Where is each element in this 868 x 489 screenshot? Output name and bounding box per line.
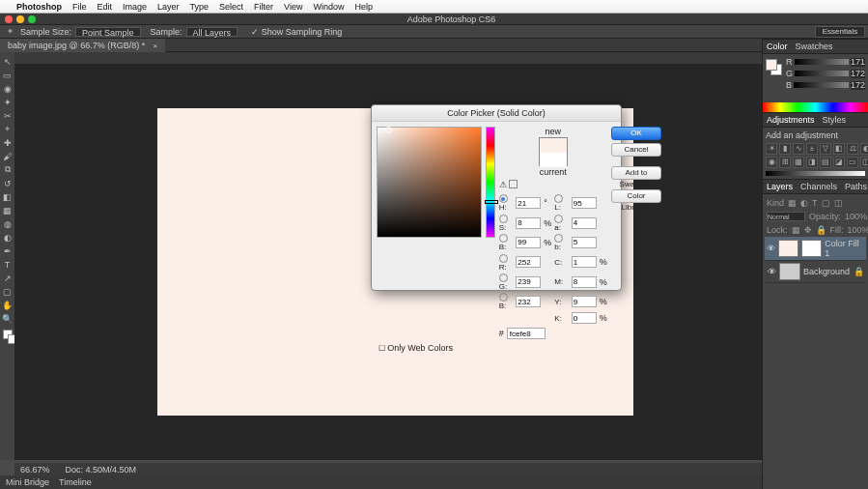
only-web-colors-checkbox[interactable]: ☐ Only Web Colors bbox=[378, 343, 661, 353]
close-button[interactable] bbox=[5, 15, 13, 23]
a-input[interactable] bbox=[572, 217, 597, 229]
filter-pixel-icon[interactable]: ▦ bbox=[788, 198, 797, 208]
fill-value[interactable]: 100% bbox=[848, 225, 868, 235]
colbal-icon[interactable]: ⚖ bbox=[847, 143, 858, 155]
stamp-tool[interactable]: ⧉ bbox=[1, 163, 14, 176]
websafe-cube-icon[interactable] bbox=[509, 180, 518, 188]
lookup-icon[interactable]: ▦ bbox=[793, 157, 804, 168]
gradient-tool[interactable]: ▦ bbox=[1, 204, 14, 216]
cancel-button[interactable]: Cancel bbox=[611, 143, 661, 157]
r-value[interactable]: 171 bbox=[851, 58, 865, 67]
color-picker-dialog[interactable]: Color Picker (Solid Color) new bbox=[371, 104, 622, 291]
b-value[interactable]: 172 bbox=[851, 81, 865, 90]
type-tool[interactable]: T bbox=[1, 258, 14, 271]
g-input[interactable] bbox=[516, 276, 541, 288]
layer-name[interactable]: Color Fill 1 bbox=[825, 239, 864, 258]
add-to-swatches-button[interactable]: Add to Swatches bbox=[611, 166, 661, 180]
tab-close-icon[interactable]: × bbox=[153, 42, 157, 50]
filter-smart-icon[interactable]: ◫ bbox=[834, 198, 843, 208]
layer-row[interactable]: 👁 Background 🔒 bbox=[765, 261, 866, 283]
crop-tool[interactable]: ✂ bbox=[1, 109, 14, 122]
layer-row[interactable]: 👁 Color Fill 1 bbox=[765, 237, 866, 261]
chanmix-icon[interactable]: ⊞ bbox=[779, 157, 791, 168]
s-radio[interactable]: S: bbox=[499, 214, 514, 231]
minimize-button[interactable] bbox=[16, 15, 24, 23]
saturation-cursor[interactable] bbox=[385, 127, 392, 133]
bright-input[interactable] bbox=[516, 237, 541, 248]
poster-icon[interactable]: ▤ bbox=[820, 157, 831, 168]
y-input[interactable] bbox=[572, 296, 597, 307]
menu-filter[interactable]: Filter bbox=[254, 2, 273, 12]
marquee-tool[interactable]: ▭ bbox=[1, 69, 14, 81]
menu-layer[interactable]: Layer bbox=[157, 2, 180, 12]
history-brush-tool[interactable]: ↺ bbox=[1, 177, 14, 189]
blur-tool[interactable]: ◍ bbox=[1, 217, 14, 230]
menu-photoshop[interactable]: Photoshop bbox=[16, 2, 62, 12]
mini-bridge-tab[interactable]: Mini Bridge bbox=[6, 477, 49, 487]
filter-type-icon[interactable]: T bbox=[812, 198, 818, 208]
curves-icon[interactable]: ∿ bbox=[793, 143, 804, 155]
menu-help[interactable]: Help bbox=[354, 2, 373, 12]
menu-view[interactable]: View bbox=[284, 2, 302, 12]
lock-position-icon[interactable]: ✥ bbox=[804, 225, 812, 235]
wand-tool[interactable]: ✦ bbox=[1, 96, 14, 108]
timeline-tab[interactable]: Timeline bbox=[59, 477, 92, 487]
m-input[interactable] bbox=[572, 276, 597, 288]
l-radio[interactable]: L: bbox=[554, 194, 569, 212]
workspace-switcher[interactable]: Essentials bbox=[815, 26, 865, 38]
hand-tool[interactable]: ✋ bbox=[1, 299, 14, 311]
menu-edit[interactable]: Edit bbox=[98, 2, 113, 12]
hue-cursor[interactable] bbox=[485, 200, 498, 204]
eraser-tool[interactable]: ◧ bbox=[1, 190, 14, 203]
gamut-warning-icon[interactable]: ⚠ bbox=[499, 180, 507, 189]
bb-input[interactable] bbox=[572, 237, 597, 248]
color-tab[interactable]: Color bbox=[767, 42, 788, 51]
g-value[interactable]: 172 bbox=[851, 70, 865, 78]
eyedropper-tool[interactable]: ⌖ bbox=[1, 123, 14, 135]
blue-input[interactable] bbox=[516, 296, 541, 307]
hex-input[interactable] bbox=[507, 328, 546, 339]
hue-slider[interactable] bbox=[486, 127, 495, 238]
zoom-level[interactable]: 66.67% bbox=[20, 465, 50, 475]
lock-all-icon[interactable]: 🔒 bbox=[816, 225, 826, 235]
lasso-tool[interactable]: ◉ bbox=[1, 82, 14, 95]
saturation-field[interactable] bbox=[377, 127, 482, 238]
move-tool[interactable]: ↖ bbox=[1, 55, 14, 68]
blend-mode-select[interactable] bbox=[767, 212, 805, 221]
layer-thumb[interactable] bbox=[778, 240, 798, 257]
b-slider[interactable] bbox=[794, 82, 849, 88]
g-radio[interactable]: G: bbox=[499, 273, 514, 291]
menu-type[interactable]: Type bbox=[190, 2, 210, 12]
levels-icon[interactable]: ▮ bbox=[779, 143, 791, 155]
hue-icon[interactable]: ◧ bbox=[833, 143, 845, 155]
vibrance-icon[interactable]: ▽ bbox=[820, 143, 831, 155]
h-radio[interactable]: H: bbox=[499, 194, 514, 212]
swatches-tab[interactable]: Swatches bbox=[796, 42, 833, 51]
thresh-icon[interactable]: ◪ bbox=[833, 157, 845, 168]
dodge-tool[interactable]: ◐ bbox=[1, 231, 14, 244]
visibility-icon[interactable]: 👁 bbox=[767, 244, 775, 253]
menu-file[interactable]: File bbox=[72, 2, 87, 12]
opacity-value[interactable]: 100% bbox=[845, 212, 867, 221]
c-input[interactable] bbox=[572, 256, 597, 268]
zoom-button[interactable] bbox=[28, 15, 36, 23]
r-slider[interactable] bbox=[795, 59, 850, 65]
path-tool[interactable]: ↗ bbox=[1, 272, 14, 284]
layer-thumb[interactable] bbox=[779, 263, 800, 280]
exposure-icon[interactable]: ± bbox=[806, 143, 818, 155]
show-sampling-ring-checkbox[interactable]: ✓ Show Sampling Ring bbox=[251, 27, 342, 37]
gradmap-icon[interactable]: ▭ bbox=[847, 157, 858, 168]
menu-window[interactable]: Window bbox=[313, 2, 344, 12]
document-tab[interactable]: baby image.jpg @ 66.7% (RGB/8) * × bbox=[0, 39, 165, 52]
b-radio[interactable]: B: bbox=[499, 234, 514, 251]
h-input[interactable] bbox=[516, 197, 541, 209]
visibility-icon[interactable]: 👁 bbox=[767, 267, 776, 276]
layer-mask-thumb[interactable] bbox=[801, 240, 822, 257]
filter-shape-icon[interactable]: ▢ bbox=[822, 198, 830, 208]
filter-adj-icon[interactable]: ◐ bbox=[800, 198, 808, 208]
pen-tool[interactable]: ✒ bbox=[1, 244, 14, 257]
sample-select[interactable]: All Layers bbox=[186, 27, 238, 37]
l-input[interactable] bbox=[572, 197, 597, 209]
color-libraries-button[interactable]: Color Libraries bbox=[611, 189, 661, 203]
color-spectrum[interactable] bbox=[763, 102, 868, 112]
